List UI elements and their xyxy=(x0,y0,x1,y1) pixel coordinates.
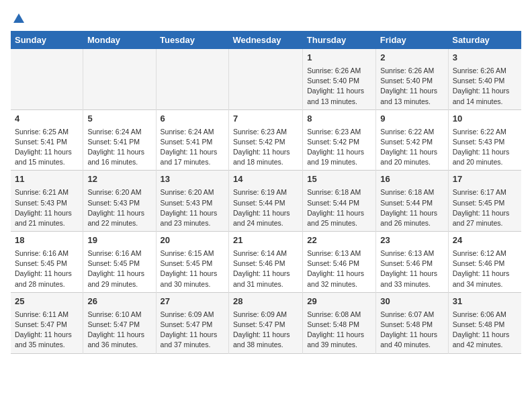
logo-icon xyxy=(12,11,26,24)
day-info: Sunrise: 6:12 AM Sunset: 5:46 PM Dayligh… xyxy=(453,248,517,289)
day-info: Sunrise: 6:10 AM Sunset: 5:47 PM Dayligh… xyxy=(87,310,151,351)
day-number: 31 xyxy=(453,295,517,308)
week-row-1: 1Sunrise: 6:26 AM Sunset: 5:40 PM Daylig… xyxy=(11,49,521,109)
day-info: Sunrise: 6:18 AM Sunset: 5:44 PM Dayligh… xyxy=(380,187,443,228)
day-info: Sunrise: 6:08 AM Sunset: 5:48 PM Dayligh… xyxy=(307,310,371,351)
day-info: Sunrise: 6:21 AM Sunset: 5:43 PM Dayligh… xyxy=(15,187,79,228)
day-number: 2 xyxy=(380,52,443,64)
day-cell: 16Sunrise: 6:18 AM Sunset: 5:44 PM Dayli… xyxy=(376,171,448,232)
day-number: 13 xyxy=(161,173,224,186)
col-header-friday: Friday xyxy=(376,31,448,49)
day-cell: 9Sunrise: 6:22 AM Sunset: 5:42 PM Daylig… xyxy=(376,109,448,171)
day-info: Sunrise: 6:20 AM Sunset: 5:43 PM Dayligh… xyxy=(161,187,224,228)
day-cell: 25Sunrise: 6:11 AM Sunset: 5:47 PM Dayli… xyxy=(11,292,83,353)
day-number: 29 xyxy=(307,295,371,308)
day-cell: 19Sunrise: 6:16 AM Sunset: 5:45 PM Dayli… xyxy=(83,232,156,293)
day-info: Sunrise: 6:17 AM Sunset: 5:45 PM Dayligh… xyxy=(453,187,517,228)
day-number: 24 xyxy=(453,234,517,247)
day-number: 19 xyxy=(87,234,151,247)
day-number: 10 xyxy=(453,113,517,126)
calendar-table: SundayMondayTuesdayWednesdayThursdayFrid… xyxy=(11,31,521,354)
week-row-4: 18Sunrise: 6:16 AM Sunset: 5:45 PM Dayli… xyxy=(11,232,521,293)
day-cell: 12Sunrise: 6:20 AM Sunset: 5:43 PM Dayli… xyxy=(83,171,156,232)
day-info: Sunrise: 6:09 AM Sunset: 5:47 PM Dayligh… xyxy=(161,310,224,351)
week-row-2: 4Sunrise: 6:25 AM Sunset: 5:41 PM Daylig… xyxy=(11,109,521,171)
day-number: 25 xyxy=(15,295,79,308)
day-info: Sunrise: 6:07 AM Sunset: 5:48 PM Dayligh… xyxy=(380,310,443,351)
day-number: 20 xyxy=(161,234,224,247)
col-header-wednesday: Wednesday xyxy=(228,31,302,49)
header-row: SundayMondayTuesdayWednesdayThursdayFrid… xyxy=(11,31,521,49)
day-info: Sunrise: 6:24 AM Sunset: 5:41 PM Dayligh… xyxy=(161,127,224,168)
day-cell xyxy=(156,49,228,109)
day-cell: 30Sunrise: 6:07 AM Sunset: 5:48 PM Dayli… xyxy=(376,292,448,353)
day-number: 4 xyxy=(15,113,79,126)
day-number: 21 xyxy=(233,234,298,247)
day-info: Sunrise: 6:13 AM Sunset: 5:46 PM Dayligh… xyxy=(307,248,371,289)
day-cell: 2Sunrise: 6:26 AM Sunset: 5:40 PM Daylig… xyxy=(376,49,448,109)
svg-marker-0 xyxy=(13,13,24,23)
page-header xyxy=(11,11,521,24)
day-cell: 20Sunrise: 6:15 AM Sunset: 5:45 PM Dayli… xyxy=(156,232,228,293)
day-number: 16 xyxy=(380,173,443,186)
day-cell xyxy=(11,49,83,109)
day-cell: 17Sunrise: 6:17 AM Sunset: 5:45 PM Dayli… xyxy=(448,171,521,232)
day-number: 17 xyxy=(453,173,517,186)
day-info: Sunrise: 6:16 AM Sunset: 5:45 PM Dayligh… xyxy=(15,248,79,289)
day-info: Sunrise: 6:22 AM Sunset: 5:43 PM Dayligh… xyxy=(453,127,517,168)
day-cell: 1Sunrise: 6:26 AM Sunset: 5:40 PM Daylig… xyxy=(303,49,376,109)
day-cell: 10Sunrise: 6:22 AM Sunset: 5:43 PM Dayli… xyxy=(448,109,521,171)
day-cell xyxy=(228,49,302,109)
day-info: Sunrise: 6:23 AM Sunset: 5:42 PM Dayligh… xyxy=(233,127,298,168)
day-info: Sunrise: 6:11 AM Sunset: 5:47 PM Dayligh… xyxy=(15,310,79,351)
day-number: 5 xyxy=(87,113,151,126)
day-cell: 13Sunrise: 6:20 AM Sunset: 5:43 PM Dayli… xyxy=(156,171,228,232)
day-cell: 5Sunrise: 6:24 AM Sunset: 5:41 PM Daylig… xyxy=(83,109,156,171)
week-row-5: 25Sunrise: 6:11 AM Sunset: 5:47 PM Dayli… xyxy=(11,292,521,353)
day-number: 28 xyxy=(233,295,298,308)
day-info: Sunrise: 6:23 AM Sunset: 5:42 PM Dayligh… xyxy=(307,127,371,168)
day-cell: 29Sunrise: 6:08 AM Sunset: 5:48 PM Dayli… xyxy=(303,292,376,353)
day-cell: 24Sunrise: 6:12 AM Sunset: 5:46 PM Dayli… xyxy=(448,232,521,293)
day-cell: 11Sunrise: 6:21 AM Sunset: 5:43 PM Dayli… xyxy=(11,171,83,232)
day-number: 6 xyxy=(161,113,224,126)
logo xyxy=(11,11,26,24)
day-cell: 15Sunrise: 6:18 AM Sunset: 5:44 PM Dayli… xyxy=(303,171,376,232)
col-header-saturday: Saturday xyxy=(448,31,521,49)
day-number: 9 xyxy=(380,113,443,126)
day-cell: 23Sunrise: 6:13 AM Sunset: 5:46 PM Dayli… xyxy=(376,232,448,293)
day-number: 30 xyxy=(380,295,443,308)
col-header-monday: Monday xyxy=(83,31,156,49)
col-header-sunday: Sunday xyxy=(11,31,83,49)
day-cell: 31Sunrise: 6:06 AM Sunset: 5:48 PM Dayli… xyxy=(448,292,521,353)
day-info: Sunrise: 6:13 AM Sunset: 5:46 PM Dayligh… xyxy=(380,248,443,289)
day-number: 22 xyxy=(307,234,371,247)
day-cell xyxy=(83,49,156,109)
day-info: Sunrise: 6:15 AM Sunset: 5:45 PM Dayligh… xyxy=(161,248,224,289)
day-number: 3 xyxy=(453,52,517,64)
day-number: 23 xyxy=(380,234,443,247)
day-number: 27 xyxy=(161,295,224,308)
day-cell: 22Sunrise: 6:13 AM Sunset: 5:46 PM Dayli… xyxy=(303,232,376,293)
day-number: 12 xyxy=(87,173,151,186)
day-number: 14 xyxy=(233,173,298,186)
week-row-3: 11Sunrise: 6:21 AM Sunset: 5:43 PM Dayli… xyxy=(11,171,521,232)
day-info: Sunrise: 6:22 AM Sunset: 5:42 PM Dayligh… xyxy=(380,127,443,168)
day-info: Sunrise: 6:26 AM Sunset: 5:40 PM Dayligh… xyxy=(453,66,517,107)
day-info: Sunrise: 6:18 AM Sunset: 5:44 PM Dayligh… xyxy=(307,187,371,228)
col-header-tuesday: Tuesday xyxy=(156,31,228,49)
day-cell: 3Sunrise: 6:26 AM Sunset: 5:40 PM Daylig… xyxy=(448,49,521,109)
day-info: Sunrise: 6:25 AM Sunset: 5:41 PM Dayligh… xyxy=(15,127,79,168)
day-cell: 4Sunrise: 6:25 AM Sunset: 5:41 PM Daylig… xyxy=(11,109,83,171)
day-cell: 21Sunrise: 6:14 AM Sunset: 5:46 PM Dayli… xyxy=(228,232,302,293)
day-info: Sunrise: 6:09 AM Sunset: 5:47 PM Dayligh… xyxy=(233,310,298,351)
day-info: Sunrise: 6:26 AM Sunset: 5:40 PM Dayligh… xyxy=(380,66,443,107)
day-info: Sunrise: 6:24 AM Sunset: 5:41 PM Dayligh… xyxy=(87,127,151,168)
day-number: 8 xyxy=(307,113,371,126)
day-info: Sunrise: 6:19 AM Sunset: 5:44 PM Dayligh… xyxy=(233,187,298,228)
day-cell: 28Sunrise: 6:09 AM Sunset: 5:47 PM Dayli… xyxy=(228,292,302,353)
col-header-thursday: Thursday xyxy=(303,31,376,49)
day-cell: 6Sunrise: 6:24 AM Sunset: 5:41 PM Daylig… xyxy=(156,109,228,171)
day-number: 7 xyxy=(233,113,298,126)
day-number: 18 xyxy=(15,234,79,247)
